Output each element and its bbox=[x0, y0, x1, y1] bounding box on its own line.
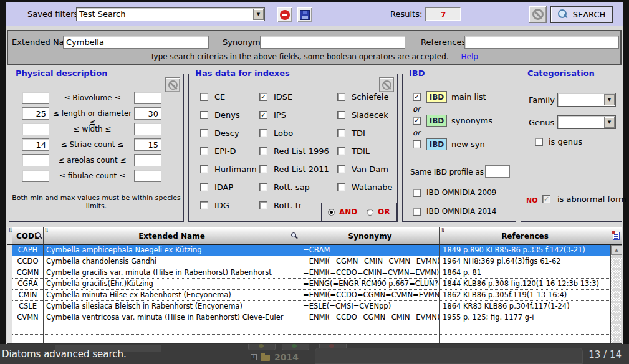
cell-synonymy[interactable]: =ENMI(=CCDO=CMIN=CVMN=EVMN) bbox=[300, 267, 440, 279]
and-radio[interactable] bbox=[328, 209, 335, 216]
table-row[interactable]: CMIN Cymbella minuta Hilse ex Rabenhorst… bbox=[7, 290, 610, 301]
table-header-tools[interactable] bbox=[610, 228, 622, 245]
table-row[interactable]: CSLE Cymbella silesiaca Bleisch in Raben… bbox=[7, 301, 610, 312]
biovolume-max-input[interactable] bbox=[134, 92, 161, 104]
chevron-down-icon[interactable]: ▼ bbox=[604, 94, 615, 105]
clear-indexes-button[interactable] bbox=[379, 77, 394, 92]
delete-filter-button[interactable] bbox=[277, 7, 292, 22]
fibulae-max-input[interactable] bbox=[134, 170, 161, 182]
cell-extended-name[interactable]: Cymbella gracilis var. minuta (Hilse in … bbox=[44, 267, 300, 279]
cell-code[interactable]: CVMN bbox=[12, 312, 44, 323]
row-selector[interactable] bbox=[7, 267, 12, 279]
cell-extended-name[interactable]: Cymbella silesiaca Bleisch in Rabenhorst… bbox=[44, 301, 300, 312]
index-checkbox-ips[interactable] bbox=[259, 111, 267, 119]
index-checkbox-tdil[interactable] bbox=[337, 147, 345, 155]
table-row[interactable]: CVMN Cymbella ventricosa var. minuta (Hi… bbox=[7, 312, 610, 323]
cell-code[interactable]: CCDO bbox=[12, 256, 44, 267]
ibd-synonyms-checkbox[interactable] bbox=[413, 117, 421, 125]
row-selector[interactable] bbox=[7, 245, 12, 256]
index-checkbox-redlist1996[interactable] bbox=[259, 147, 267, 155]
table-header-corner[interactable]: ⇅ bbox=[7, 228, 12, 245]
cell-extended-name[interactable]: Cymbella chandolensis Gandhi bbox=[44, 256, 300, 267]
extended-name-input[interactable] bbox=[63, 36, 209, 49]
striae-min-input[interactable] bbox=[22, 138, 49, 151]
cell-references[interactable]: 1862 KLB86 p.305f.119(1-13 16:4) bbox=[440, 290, 610, 301]
table-row[interactable]: CGRA Cymbella gracilis(Ehr.)Kützing =ENN… bbox=[7, 279, 610, 290]
cell-references[interactable]: 1864 p. 81 bbox=[440, 267, 610, 279]
clear-physical-button[interactable] bbox=[165, 77, 180, 92]
row-selector[interactable] bbox=[7, 256, 12, 267]
cell-synonymy[interactable]: =ENMI(=CGMN=CMIN=CVMN=EVMN) bbox=[300, 256, 440, 267]
ibd-omnidia-2009-checkbox[interactable] bbox=[413, 189, 421, 197]
index-checkbox-rottsap[interactable] bbox=[259, 183, 267, 191]
ibd-omnidia-2014-checkbox[interactable] bbox=[413, 208, 421, 216]
index-checkbox-vandam[interactable] bbox=[337, 165, 345, 173]
cell-extended-name[interactable]: Cymbella amphicephala Naegeli ex Kützing bbox=[44, 245, 300, 256]
index-checkbox-idap[interactable] bbox=[200, 183, 208, 191]
table-row[interactable]: CAPH Cymbella amphicephala Naegeli ex Kü… bbox=[7, 245, 610, 256]
length-min-input[interactable] bbox=[22, 107, 49, 120]
column-search-icon[interactable] bbox=[291, 232, 297, 239]
index-checkbox-idg[interactable] bbox=[200, 201, 208, 209]
table-header-extended-name[interactable]: ⇅ Extended Name bbox=[44, 228, 300, 245]
table-scrollbar[interactable]: ▲ bbox=[610, 245, 622, 344]
synonymy-input[interactable] bbox=[260, 36, 405, 49]
family-dropdown[interactable]: ▼ bbox=[557, 93, 616, 107]
cell-references[interactable]: 1864 KR83 KLB86 p.304f.117(1-24) bbox=[440, 301, 610, 312]
cell-references[interactable]: 1844 KLB86 p.308 fig.120(1-16 12:3b 13:3… bbox=[440, 279, 610, 290]
table-header-code[interactable]: CODE bbox=[12, 228, 44, 245]
chevron-down-icon[interactable]: ▼ bbox=[604, 117, 615, 128]
help-link[interactable]: Help bbox=[461, 52, 478, 61]
fibulae-min-input[interactable] bbox=[22, 170, 49, 182]
cell-code[interactable]: CSLE bbox=[12, 301, 44, 312]
index-checkbox-descy[interactable] bbox=[200, 129, 208, 137]
cell-synonymy[interactable]: =ENMI(=CCDO=CGMN=CMIN=EVMN) bbox=[300, 312, 440, 323]
table-row[interactable]: CGMN Cymbella gracilis var. minuta (Hils… bbox=[7, 267, 610, 279]
index-checkbox-watanabe[interactable] bbox=[337, 183, 345, 191]
cell-extended-name[interactable]: Cymbella minuta Hilse ex Rabenhorst (Enc… bbox=[44, 290, 300, 301]
search-button[interactable]: SEARCH bbox=[550, 6, 613, 23]
chevron-down-icon[interactable]: ▼ bbox=[253, 9, 264, 20]
or-radio[interactable] bbox=[367, 209, 373, 216]
index-checkbox-schiefele[interactable] bbox=[337, 93, 345, 101]
index-checkbox-redlist2011[interactable] bbox=[259, 165, 267, 173]
saved-filters-dropdown[interactable]: Test Search ▼ bbox=[76, 7, 265, 21]
row-selector[interactable] bbox=[7, 279, 12, 290]
length-max-input[interactable] bbox=[134, 107, 161, 120]
table-row[interactable]: CCDO Cymbella chandolensis Gandhi =ENMI(… bbox=[7, 256, 610, 267]
same-ibd-profile-input[interactable] bbox=[485, 165, 510, 178]
index-checkbox-idse[interactable] bbox=[259, 93, 267, 101]
areolas-max-input[interactable] bbox=[134, 154, 161, 166]
row-selector[interactable] bbox=[7, 301, 12, 312]
scroll-up-button[interactable]: ▲ bbox=[611, 245, 622, 255]
cell-synonymy[interactable]: =ESLE(=CMSI=CVENpp) bbox=[300, 301, 440, 312]
column-search-icon[interactable] bbox=[36, 232, 42, 239]
cell-code[interactable]: CGRA bbox=[12, 279, 44, 290]
cell-synonymy[interactable]: =CBAM bbox=[300, 245, 440, 256]
index-checkbox-ce[interactable] bbox=[200, 93, 208, 101]
cell-references[interactable]: 1955 p. 125; fig. 1177 g-i bbox=[440, 312, 610, 323]
cell-extended-name[interactable]: Cymbella ventricosa var. minuta (Hilse i… bbox=[44, 312, 300, 323]
index-checkbox-epid[interactable] bbox=[200, 147, 208, 155]
cell-code[interactable]: CMIN bbox=[12, 290, 44, 301]
references-input[interactable] bbox=[464, 36, 619, 49]
table-header-synonymy[interactable]: Synonymy bbox=[300, 228, 440, 245]
ibd-newsyn-checkbox[interactable] bbox=[413, 140, 421, 148]
index-checkbox-hurlimann[interactable] bbox=[200, 165, 208, 173]
striae-max-input[interactable] bbox=[134, 138, 161, 151]
index-checkbox-lobo[interactable] bbox=[259, 129, 267, 137]
cell-synonymy[interactable]: =ENNG(=ENGR RCM90 p.667=CLUN?=ENLUpp) bbox=[300, 279, 440, 290]
cancel-search-button[interactable] bbox=[529, 6, 547, 23]
genus-dropdown[interactable]: ▼ bbox=[557, 115, 616, 129]
save-filter-button[interactable] bbox=[297, 7, 312, 22]
table-header-references[interactable]: ⇅ References bbox=[440, 228, 610, 245]
index-checkbox-denys[interactable] bbox=[200, 111, 208, 119]
index-checkbox-sladecek[interactable] bbox=[337, 111, 345, 119]
index-checkbox-tdi[interactable] bbox=[337, 129, 345, 137]
width-max-input[interactable] bbox=[134, 123, 161, 135]
width-min-input[interactable] bbox=[22, 123, 49, 135]
cell-code[interactable]: CAPH bbox=[12, 245, 44, 256]
cell-synonymy[interactable]: =ENMI(=CCDO=CGMN=CVMN=EVMN)(=CVEN pp.) bbox=[300, 290, 440, 301]
is-genus-checkbox[interactable] bbox=[535, 138, 543, 146]
is-abnormal-form-checkbox[interactable] bbox=[542, 195, 550, 203]
